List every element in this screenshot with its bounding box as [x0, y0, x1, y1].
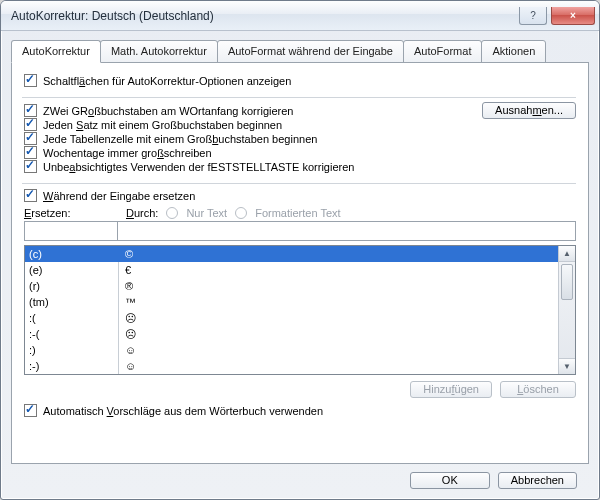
- tab-strip: AutoKorrektur Math. Autokorrektur AutoFo…: [11, 39, 589, 62]
- list-body[interactable]: (c)©(e)€(r)®(tm)™:(☹:-(☹:)☺:-)☺: [25, 246, 558, 374]
- cancel-button[interactable]: Abbrechen: [498, 472, 577, 489]
- checkbox-show-ac-buttons[interactable]: [24, 74, 37, 87]
- tab-panel: Schaltflächen für AutoKorrektur-Optionen…: [11, 62, 589, 464]
- label-show-ac-buttons: Schaltflächen für AutoKorrektur-Optionen…: [43, 75, 291, 87]
- window-buttons: ? ×: [519, 7, 595, 25]
- label-auto-dict: Automatisch Vorschläge aus dem Wörterbuc…: [43, 405, 323, 417]
- label-weekday-cap: Wochentage immer großschreiben: [43, 147, 212, 159]
- titlebar[interactable]: AutoKorrektur: Deutsch (Deutschland) ? ×: [1, 1, 599, 31]
- table-row[interactable]: :-)☺: [25, 358, 558, 374]
- ok-button[interactable]: OK: [410, 472, 490, 489]
- table-row[interactable]: :(☹: [25, 310, 558, 326]
- close-button[interactable]: ×: [551, 7, 595, 25]
- label-tablecell-cap: Jede Tabellenzelle mit einem Großbuchsta…: [43, 133, 317, 145]
- table-row[interactable]: (c)©: [25, 246, 558, 262]
- separator: [22, 94, 576, 100]
- dialog-window: AutoKorrektur: Deutsch (Deutschland) ? ×…: [0, 0, 600, 500]
- radio-formatted-text: [235, 207, 247, 219]
- replace-inputs: [24, 221, 576, 241]
- scrollbar[interactable]: ▲ ▼: [558, 246, 575, 374]
- label-capslock: Unbeabsichtigtes Verwenden der fESTSTELL…: [43, 161, 354, 173]
- list-buttons: Hinzufügen Löschen: [24, 381, 576, 398]
- dialog-body: AutoKorrektur Math. Autokorrektur AutoFo…: [1, 31, 599, 499]
- replace-header: Ersetzen: Durch: Nur Text Formatierten T…: [24, 207, 576, 219]
- label-formatted-text: Formatierten Text: [255, 207, 340, 219]
- replace-during-row: Während der Eingabe ersetzen: [24, 189, 576, 202]
- table-row[interactable]: :-(☹: [25, 326, 558, 342]
- input-with[interactable]: [117, 221, 576, 241]
- tab-autoformat-eingabe[interactable]: AutoFormat während der Eingabe: [217, 40, 404, 63]
- label-two-caps: ZWei GRoßbuchstaben am WOrtanfang korrig…: [43, 105, 293, 117]
- table-row[interactable]: (e)€: [25, 262, 558, 278]
- replacement-list: (c)©(e)€(r)®(tm)™:(☹:-(☹:)☺:-)☺ ▲ ▼: [24, 245, 576, 375]
- table-row[interactable]: (r)®: [25, 278, 558, 294]
- window-title: AutoKorrektur: Deutsch (Deutschland): [11, 9, 519, 23]
- tab-math-autokorrektur[interactable]: Math. Autokorrektur: [100, 40, 218, 63]
- checkbox-auto-dict[interactable]: [24, 404, 37, 417]
- radio-plain-text: [166, 207, 178, 219]
- table-row[interactable]: :)☺: [25, 342, 558, 358]
- scroll-thumb[interactable]: [561, 264, 573, 300]
- checkbox-replace-during[interactable]: [24, 189, 37, 202]
- help-button[interactable]: ?: [519, 7, 547, 25]
- delete-button[interactable]: Löschen: [500, 381, 576, 398]
- tab-autokorrektur[interactable]: AutoKorrektur: [11, 40, 101, 63]
- dialog-footer: OK Abbrechen: [11, 464, 589, 489]
- scroll-down-icon[interactable]: ▼: [559, 358, 575, 374]
- tab-autoformat[interactable]: AutoFormat: [403, 40, 482, 63]
- exceptions-button[interactable]: Ausnahmen...: [482, 102, 576, 119]
- options-area: ZWei GRoßbuchstaben am WOrtanfang korrig…: [24, 102, 576, 174]
- auto-dict-row: Automatisch Vorschläge aus dem Wörterbuc…: [24, 404, 576, 417]
- table-row[interactable]: (tm)™: [25, 294, 558, 310]
- show-ac-buttons-row: Schaltflächen für AutoKorrektur-Optionen…: [24, 74, 576, 87]
- label-sentence-cap: Jeden Satz mit einem Großbuchstaben begi…: [43, 119, 282, 131]
- add-button[interactable]: Hinzufügen: [410, 381, 492, 398]
- tab-aktionen[interactable]: Aktionen: [481, 40, 546, 63]
- label-replace: Ersetzen:: [24, 207, 118, 219]
- label-plain-text: Nur Text: [186, 207, 227, 219]
- label-replace-during: Während der Eingabe ersetzen: [43, 190, 195, 202]
- label-with: Durch:: [126, 207, 158, 219]
- checkbox-capslock[interactable]: [24, 160, 37, 173]
- scroll-up-icon[interactable]: ▲: [559, 246, 575, 262]
- input-replace[interactable]: [24, 221, 118, 241]
- separator-2: [22, 180, 576, 186]
